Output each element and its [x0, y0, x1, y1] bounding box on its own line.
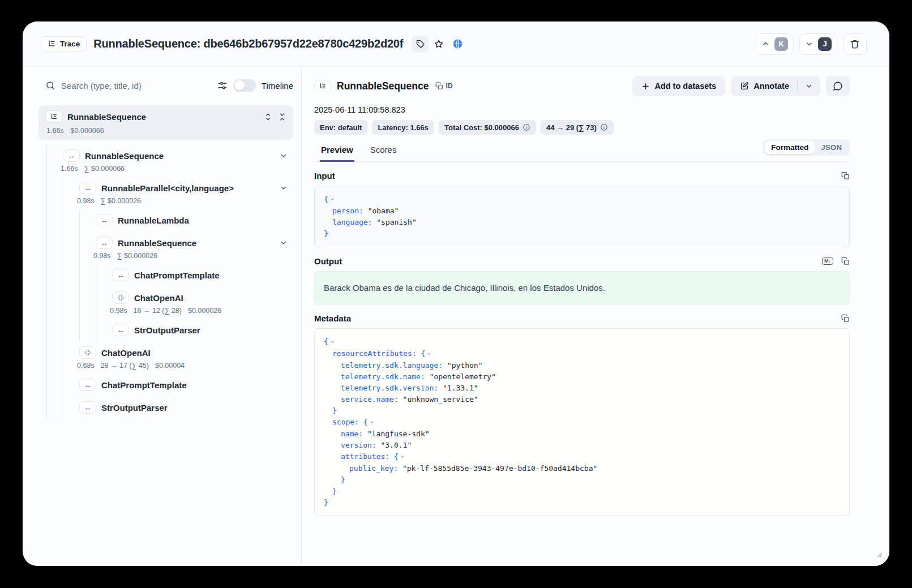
- chevron-up-icon: [761, 40, 770, 48]
- tree-rows: ↔RunnableSequence1.66s∑ $0.000066↔Runnab…: [38, 145, 293, 419]
- code-line: }: [324, 228, 840, 239]
- info-icon[interactable]: [523, 123, 530, 131]
- code-line: }: [324, 497, 840, 508]
- collapse-caret-icon[interactable]: [369, 417, 375, 428]
- info-icon[interactable]: [600, 123, 608, 131]
- tree-node[interactable]: ↔StrOutputParser: [38, 397, 293, 419]
- copy-metadata-button[interactable]: [841, 314, 850, 323]
- tree-node-metrics: 0.98s∑ $0.000026: [77, 197, 293, 205]
- generation-icon: [84, 349, 92, 357]
- tag-button[interactable]: [412, 36, 429, 53]
- tree-node[interactable]: ChatOpenAI0.68s28 → 17 (∑ 45)$0.00004: [38, 342, 293, 374]
- tree-node[interactable]: ↔ChatPromptTemplate: [38, 264, 293, 287]
- stat-badge: Total Cost: $0.000066: [439, 120, 536, 135]
- tree-guide-line: [46, 177, 63, 209]
- public-link-button[interactable]: [449, 36, 466, 53]
- previous-trace-button[interactable]: K: [756, 33, 794, 55]
- copy-icon: [435, 82, 443, 90]
- trace-tree: RunnableSequence: [38, 105, 293, 419]
- avatar: J: [818, 37, 832, 51]
- observation-header: RunnableSequence ID Add to datasets: [314, 76, 850, 96]
- timeline-toggle[interactable]: [233, 79, 256, 92]
- collapse-all-button[interactable]: [278, 113, 286, 121]
- copy-id-control[interactable]: ID: [435, 82, 453, 90]
- tree-node[interactable]: ↔RunnableSequence1.66s∑ $0.000066: [38, 145, 293, 177]
- tree-guide-line: [63, 319, 79, 342]
- tree-node[interactable]: ChatOpenAI0.98s16 → 12 (∑ 28)$0.000026: [38, 287, 293, 319]
- comments-button[interactable]: [826, 76, 850, 96]
- collapse-node-button[interactable]: [280, 239, 288, 247]
- tree-guide-line: [63, 232, 79, 264]
- json-value: "opentelemetry": [430, 372, 496, 381]
- tree-node-metrics: 0.98s∑ $0.000026: [93, 252, 293, 260]
- markdown-toggle-button[interactable]: M↓: [822, 257, 833, 265]
- tree-guide-line: [79, 209, 96, 232]
- detail-tabs: Preview Scores Formatted JSON: [314, 143, 850, 162]
- collapse-caret-icon[interactable]: [426, 349, 432, 360]
- delete-trace-button[interactable]: [843, 33, 867, 55]
- annotate-menu-button[interactable]: [798, 76, 820, 96]
- annotate-split-button: Annotate: [731, 76, 820, 96]
- json-key: resourceAttributes:: [332, 349, 417, 358]
- code-line: version: "3.0.1": [324, 440, 840, 451]
- json-value: "1.33.1": [443, 384, 478, 392]
- annotate-button[interactable]: Annotate: [731, 76, 797, 96]
- copy-icon: [841, 257, 850, 265]
- copy-output-button[interactable]: [841, 257, 850, 265]
- tree-node-metrics: 1.66s∑ $0.000066: [61, 165, 293, 173]
- tree-guide-line: [96, 319, 112, 342]
- collapse-node-button[interactable]: [280, 184, 288, 192]
- tree-node-label: StrOutputParser: [134, 325, 200, 335]
- json-value: "3.0.1": [380, 441, 412, 449]
- format-option-formatted[interactable]: Formatted: [765, 141, 815, 154]
- collapse-node-button[interactable]: [280, 152, 288, 160]
- span-icon: ↔: [84, 184, 92, 192]
- tree-node-metrics: 0.68s28 → 17 (∑ 45)$0.00004: [77, 362, 293, 370]
- app-body: Timeline RunnableSequence: [23, 67, 889, 566]
- tree-guide-line: [63, 287, 79, 319]
- collapse-caret-icon[interactable]: [329, 337, 335, 348]
- tree-root-node[interactable]: RunnableSequence: [38, 105, 293, 140]
- trace-stat-badges: Env: defaultLatency: 1.66sTotal Cost: $0…: [314, 120, 850, 135]
- next-trace-button[interactable]: J: [799, 33, 837, 55]
- code-line: telemetry.sdk.language: "python": [324, 360, 840, 371]
- tree-node[interactable]: ↔StrOutputParser: [38, 319, 293, 342]
- trace-type-label: Trace: [60, 40, 80, 48]
- tree-settings-button[interactable]: [217, 80, 228, 91]
- search-input[interactable]: [61, 81, 212, 91]
- tag-icon: [416, 39, 425, 49]
- tree-guide-line: [63, 209, 79, 232]
- expand-all-button[interactable]: [264, 113, 272, 121]
- root-node-label: RunnableSequence: [67, 112, 146, 122]
- code-line: resourceAttributes: {: [324, 348, 840, 360]
- bookmark-button[interactable]: [430, 36, 447, 53]
- screen-background: Trace RunnableSequence: dbe646b2b67957d2…: [0, 0, 912, 588]
- tree-node[interactable]: ↔ChatPromptTemplate: [38, 374, 293, 397]
- observation-title: RunnableSequence: [337, 80, 429, 92]
- tab-preview[interactable]: Preview: [320, 143, 354, 162]
- json-value: "obama": [368, 207, 399, 215]
- json-key: telemetry.sdk.name:: [341, 372, 425, 381]
- format-option-json[interactable]: JSON: [815, 141, 848, 154]
- tree-guide-line: [63, 264, 79, 287]
- resize-handle-icon[interactable]: [876, 550, 882, 560]
- add-to-datasets-button[interactable]: Add to datasets: [632, 76, 725, 96]
- sliders-icon: [217, 80, 228, 91]
- chevron-down-icon: [805, 40, 813, 48]
- copy-input-button[interactable]: [841, 171, 850, 180]
- add-to-datasets-label: Add to datasets: [654, 81, 716, 91]
- span-icon: ↔: [101, 239, 108, 247]
- tab-scores[interactable]: Scores: [369, 143, 398, 161]
- collapse-caret-icon[interactable]: [400, 452, 405, 463]
- code-line: attributes: {: [324, 451, 840, 463]
- tree-node-metrics: 0.98s16 → 12 (∑ 28)$0.000026: [110, 307, 293, 315]
- json-value: "unknown_service": [403, 395, 478, 404]
- json-key: service.name:: [341, 395, 399, 404]
- tree-node[interactable]: ↔RunnableSequence0.98s∑ $0.000026: [38, 232, 293, 264]
- metadata-section-header: Metadata: [314, 314, 850, 323]
- collapse-caret-icon[interactable]: [329, 194, 335, 205]
- tree-node[interactable]: ↔RunnableLambda: [38, 209, 293, 232]
- tree-guide-line: [79, 264, 96, 287]
- tree-node-label: ChatPromptTemplate: [101, 380, 187, 390]
- tree-node[interactable]: ↔RunnableParallel<city,language>0.98s∑ $…: [38, 177, 293, 209]
